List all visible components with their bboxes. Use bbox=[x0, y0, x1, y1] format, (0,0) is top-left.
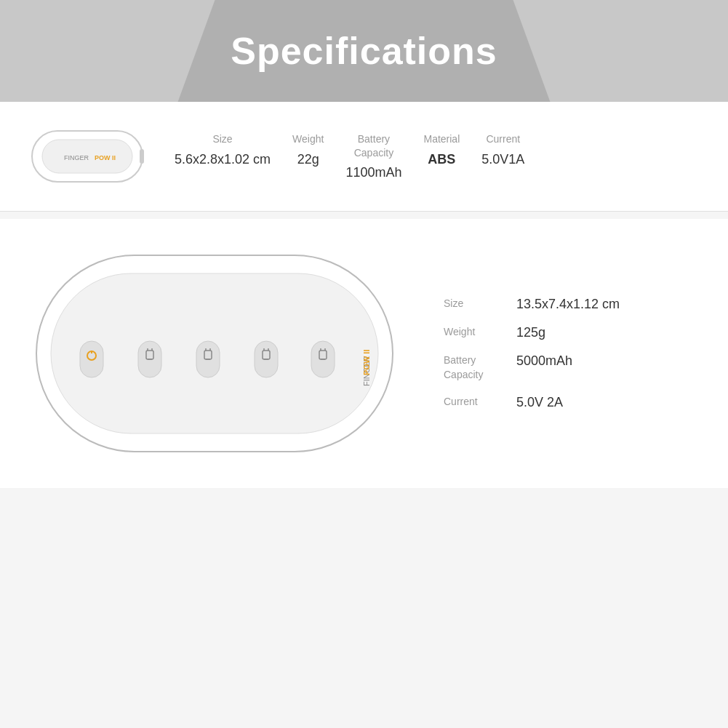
spec-section-bottom: FINGER POW II Size 13.5x7.4x1.12 cm Weig… bbox=[0, 219, 728, 488]
spec-row-label-size: Size bbox=[444, 297, 502, 311]
spec-row-value-battery: 5000mAh bbox=[516, 353, 572, 369]
spec-row-current: Current 5.0V 2A bbox=[444, 395, 699, 410]
spec-value-battery: 1100mAh bbox=[345, 165, 401, 180]
spec-value-material: ABS bbox=[428, 152, 455, 167]
spec-label-size: Size bbox=[212, 132, 232, 145]
spec-col-current: Current 5.0V1A bbox=[481, 132, 524, 167]
spec-row-label-weight: Weight bbox=[444, 325, 502, 340]
content: FINGER POW II Size 5.6x2.8x1.02 cm Weigh… bbox=[0, 102, 728, 488]
spec-value-size: 5.6x2.8x1.02 cm bbox=[175, 152, 271, 167]
spec-row-value-weight: 125g bbox=[516, 325, 545, 340]
spec-label-material: Material bbox=[423, 132, 460, 145]
spec-row-weight: Weight 125g bbox=[444, 325, 699, 340]
spec-table-top: Size 5.6x2.8x1.02 cm Weight 22g BatteryC… bbox=[175, 132, 699, 180]
spec-label-weight: Weight bbox=[292, 132, 324, 145]
spec-row-label-battery: BatteryCapacity bbox=[444, 353, 502, 382]
spec-value-weight: 22g bbox=[297, 152, 319, 167]
spec-col-weight: Weight 22g bbox=[292, 132, 324, 167]
spec-row-size: Size 13.5x7.4x1.12 cm bbox=[444, 297, 699, 312]
spec-row-value-current: 5.0V 2A bbox=[516, 395, 563, 410]
header: Specifications bbox=[0, 0, 728, 102]
svg-text:FINGER: FINGER bbox=[64, 154, 89, 161]
spec-col-size: Size 5.6x2.8x1.02 cm bbox=[175, 132, 271, 167]
svg-rect-4 bbox=[140, 149, 144, 164]
spec-label-battery: BatteryCapacity bbox=[354, 132, 393, 159]
spec-label-current: Current bbox=[486, 132, 520, 145]
spec-col-material: Material ABS bbox=[423, 132, 460, 167]
svg-text:POW II: POW II bbox=[95, 154, 116, 161]
spec-value-current: 5.0V1A bbox=[481, 152, 524, 167]
spec-row-value-size: 13.5x7.4x1.12 cm bbox=[516, 297, 620, 312]
spec-section-top: FINGER POW II Size 5.6x2.8x1.02 cm Weigh… bbox=[0, 102, 728, 212]
svg-text:POW II: POW II bbox=[362, 350, 371, 375]
spec-table-bottom: Size 13.5x7.4x1.12 cm Weight 125g Batter… bbox=[444, 297, 699, 410]
spec-row-label-current: Current bbox=[444, 395, 502, 409]
device-large-image: FINGER POW II bbox=[29, 241, 407, 466]
spec-row-battery: BatteryCapacity 5000mAh bbox=[444, 353, 699, 382]
spec-col-battery: BatteryCapacity 1100mAh bbox=[345, 132, 401, 180]
device-small-image: FINGER POW II bbox=[29, 124, 145, 189]
page-title: Specifications bbox=[231, 29, 497, 73]
